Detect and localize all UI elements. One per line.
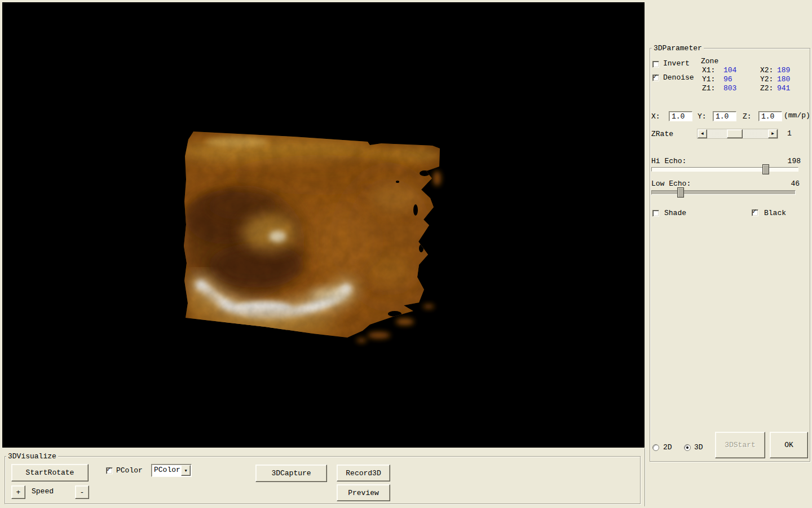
zone-y1-label: Y1: bbox=[702, 76, 715, 84]
denoise-checkbox[interactable]: ✓ bbox=[652, 75, 659, 81]
app-window: { "colors": { "background": "#ece9d8", "… bbox=[0, 0, 812, 508]
denoise-label: Denoise bbox=[663, 74, 694, 82]
zone-y2-label: Y2: bbox=[760, 76, 773, 84]
low-echo-value: 46 bbox=[777, 180, 800, 188]
zrate-scroll-right-button[interactable]: ► bbox=[768, 129, 778, 138]
scale-y-label: Y: bbox=[698, 113, 707, 121]
black-checkbox[interactable]: ✓ bbox=[752, 209, 758, 216]
mode-3d-label: 3D bbox=[694, 444, 703, 452]
hi-echo-thumb[interactable] bbox=[762, 164, 769, 174]
scale-x-input[interactable] bbox=[669, 111, 692, 121]
zone-z2-value: 941 bbox=[777, 85, 790, 93]
black-label: Black bbox=[764, 209, 786, 217]
zone-y1-value: 96 bbox=[723, 76, 732, 84]
ultrasound-render bbox=[2, 2, 645, 448]
invert-label: Invert bbox=[663, 60, 690, 68]
mode-3d-radio[interactable] bbox=[684, 444, 691, 451]
check-icon: ✓ bbox=[107, 466, 111, 473]
ok-button[interactable]: OK bbox=[770, 432, 808, 458]
low-echo-thumb[interactable] bbox=[677, 187, 684, 198]
zrate-scroll-thumb[interactable] bbox=[727, 129, 743, 138]
invert-checkbox[interactable] bbox=[652, 61, 659, 68]
hi-echo-label: Hi Echo: bbox=[651, 157, 686, 165]
zone-z1-value: 803 bbox=[723, 85, 736, 93]
parameter-group-title: 3DParameter bbox=[652, 45, 704, 52]
arrow-right-icon: ► bbox=[771, 132, 774, 136]
panel-divider bbox=[645, 448, 645, 506]
render-viewport[interactable] bbox=[2, 2, 645, 448]
shade-label: Shade bbox=[664, 209, 686, 217]
start3d-button[interactable]: 3DStart bbox=[715, 432, 765, 458]
parameter-groupbox bbox=[650, 48, 810, 462]
zone-y2-value: 180 bbox=[777, 76, 790, 84]
preview-button[interactable]: Preview bbox=[337, 484, 390, 501]
pcolor-combobox-value: PColor bbox=[154, 466, 180, 474]
arrow-left-icon: ◄ bbox=[701, 132, 704, 136]
scale-x-label: X: bbox=[651, 113, 660, 121]
zrate-scrollbar[interactable]: ◄ ► bbox=[697, 129, 778, 139]
zone-z1-label: Z1: bbox=[702, 85, 715, 93]
visualize-group-title: 3DVisualize bbox=[6, 453, 58, 460]
zone-title: Zone bbox=[701, 58, 718, 65]
pcolor-label: PColor bbox=[116, 467, 143, 475]
check-icon: ✓ bbox=[653, 73, 657, 80]
chevron-down-icon: ▼ bbox=[184, 468, 187, 473]
speed-label: Speed bbox=[32, 488, 54, 496]
zone-z2-label: Z2: bbox=[760, 85, 773, 93]
scale-unit-label: (mm/p) bbox=[784, 112, 810, 120]
scale-z-label: Z: bbox=[743, 113, 752, 121]
record3d-button[interactable]: Record3D bbox=[337, 465, 390, 481]
check-icon: ✓ bbox=[752, 208, 756, 215]
hi-echo-value: 198 bbox=[778, 157, 801, 165]
zone-x1-value: 104 bbox=[723, 67, 736, 75]
zone-x2-value: 189 bbox=[777, 67, 790, 75]
mode-2d-radio[interactable] bbox=[652, 444, 659, 451]
zrate-scroll-left-button[interactable]: ◄ bbox=[698, 129, 707, 138]
pcolor-combobox[interactable]: PColor ▼ bbox=[151, 464, 192, 477]
capture3d-button[interactable]: 3DCapture bbox=[255, 465, 327, 482]
zone-x1-label: X1: bbox=[702, 67, 715, 75]
mode-2d-label: 2D bbox=[663, 444, 672, 452]
shade-checkbox[interactable] bbox=[652, 210, 659, 217]
combobox-dropdown-button[interactable]: ▼ bbox=[181, 465, 191, 476]
pcolor-checkbox[interactable]: ✓ bbox=[106, 467, 113, 474]
speed-minus-button[interactable]: - bbox=[75, 485, 89, 499]
scale-y-input[interactable] bbox=[713, 111, 736, 121]
low-echo-label: Low Echo: bbox=[651, 180, 691, 188]
scale-z-input[interactable] bbox=[758, 111, 782, 121]
zrate-value: 1 bbox=[787, 130, 792, 138]
hi-echo-slider[interactable] bbox=[651, 167, 798, 172]
low-echo-slider[interactable] bbox=[651, 190, 796, 195]
start-rotate-button[interactable]: StartRotate bbox=[11, 464, 89, 481]
speed-plus-button[interactable]: + bbox=[11, 485, 25, 499]
zrate-label: ZRate bbox=[651, 130, 673, 138]
zone-x2-label: X2: bbox=[760, 67, 773, 75]
